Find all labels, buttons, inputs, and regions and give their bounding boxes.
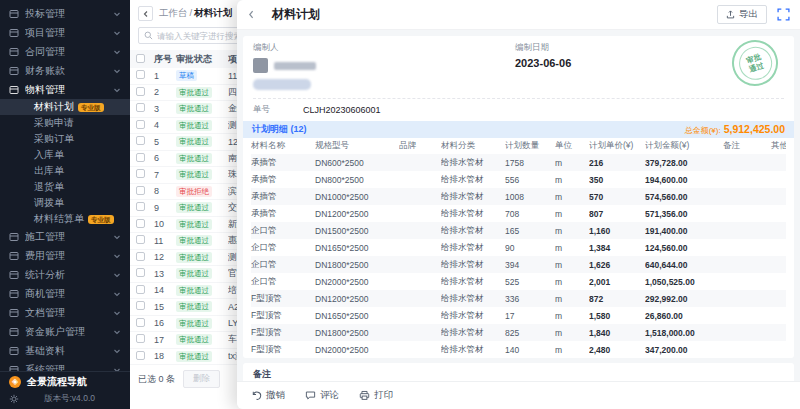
row-checkbox[interactable] [136, 120, 145, 129]
date-block: 编制日期 2023-06-06 [515, 42, 571, 69]
material-icon [9, 85, 19, 95]
row-checkbox[interactable] [136, 136, 145, 145]
column-header: 单位 [555, 140, 589, 152]
row-checkbox[interactable] [136, 268, 145, 277]
sidebar-item-purchase-request[interactable]: 采购申请 [0, 115, 130, 131]
sidebar-item-basic-data[interactable]: 基础资料 [0, 341, 130, 360]
sidebar-item-material[interactable]: 物料管理 [0, 80, 130, 99]
delete-button[interactable]: 删除 [183, 370, 220, 388]
table-row: F型顶管DN1800*2500给排水管材825m1,8401,518,000.0… [251, 324, 786, 341]
row-number: 5 [154, 137, 176, 147]
row-checkbox[interactable] [136, 202, 145, 211]
chevron-down-icon [113, 271, 121, 279]
row-checkbox[interactable] [136, 219, 145, 228]
row-number: 3 [154, 104, 176, 114]
sidebar-item-statistics[interactable]: 统计分析 [0, 265, 130, 284]
sidebar-item-funds[interactable]: 资金账户管理 [0, 322, 130, 341]
sidebar-item-document[interactable]: 文档管理 [0, 303, 130, 322]
sidebar-item-inbound[interactable]: 入库单 [0, 147, 130, 163]
version-label: 版本号:v4.0.0 [44, 393, 95, 405]
sidebar-item-construction[interactable]: 施工管理 [0, 227, 130, 246]
sidebar-item-outbound[interactable]: 出库单 [0, 163, 130, 179]
sidebar-item-label: 商机管理 [25, 287, 107, 301]
status-badge: 审批通过 [176, 153, 212, 164]
material-plan-drawer: 材料计划 导出 编制人 编制日期 2023-06-06 [237, 0, 800, 409]
table-row: 承插管DN1200*2500给排水管材708m807571,356.00 [251, 205, 786, 222]
status-badge: 审批通过 [176, 318, 212, 329]
sidebar-item-material-settlement[interactable]: 材料结算单 专业版 [0, 211, 130, 227]
sidebar-item-contract[interactable]: 合同管理 [0, 42, 130, 61]
section-title: 计划明细 (12) [252, 123, 307, 136]
row-checkbox[interactable] [136, 235, 145, 244]
sidebar-item-label: 基础资料 [25, 344, 107, 358]
basic-data-icon [9, 346, 19, 356]
row-checkbox[interactable] [136, 186, 145, 195]
bid-icon [9, 9, 19, 19]
row-number: 10 [154, 219, 176, 229]
table-row: F型顶管DN1200*2500给排水管材336m872292,992.00 [251, 290, 786, 307]
breadcrumb-root[interactable]: 工作台 [159, 7, 188, 18]
sidebar-item-label: 费用管理 [25, 249, 107, 263]
row-checkbox[interactable] [136, 103, 145, 112]
row-checkbox[interactable] [136, 252, 145, 261]
column-header: 计划数量 [505, 140, 555, 152]
sidebar-item-purchase-order[interactable]: 采购订单 [0, 131, 130, 147]
row-number: 13 [154, 269, 176, 279]
sidebar-item-label: 合同管理 [25, 45, 107, 59]
row-checkbox[interactable] [136, 334, 145, 343]
chevron-down-icon [113, 233, 121, 241]
sidebar-item-label: 入库单 [34, 148, 64, 162]
row-checkbox[interactable] [136, 351, 145, 360]
row-checkbox[interactable] [136, 301, 145, 310]
fullscreen-icon[interactable] [777, 8, 790, 21]
row-checkbox[interactable] [136, 70, 145, 79]
row-checkbox[interactable] [136, 153, 145, 162]
sidebar-item-transfer[interactable]: 调拨单 [0, 195, 130, 211]
row-checkbox[interactable] [136, 285, 145, 294]
comment-button[interactable]: 评论 [305, 389, 339, 402]
sidebar-item-label: 调拨单 [34, 196, 64, 210]
compass-icon: ◈ [9, 376, 21, 388]
sidebar-item-system[interactable]: 系统管理 [0, 360, 130, 371]
row-number: 16 [154, 318, 176, 328]
sidebar-item-bid[interactable]: 投标管理 [0, 4, 130, 23]
undo-button[interactable]: 撤销 [251, 389, 285, 402]
sidebar-item-finance[interactable]: 财务账款 [0, 61, 130, 80]
print-button[interactable]: 打印 [359, 389, 393, 402]
back-button[interactable] [138, 6, 153, 21]
remark-label: 备注 [253, 368, 784, 381]
table-row: 企口管DN1500*2500给排水管材165m1,160191,400.00 [251, 222, 786, 239]
gear-icon[interactable] [9, 394, 19, 404]
row-number: 15 [154, 302, 176, 312]
selected-count: 已选 0 条 [138, 373, 175, 386]
comment-icon [305, 390, 316, 401]
action-label: 撤销 [266, 389, 285, 402]
process-navigation[interactable]: ◈ 全景流程导航 [0, 371, 130, 391]
status-badge: 审批通过 [176, 219, 212, 230]
export-button[interactable]: 导出 [717, 5, 767, 24]
sidebar-item-label: 采购申请 [34, 116, 74, 130]
status-badge: 审批通过 [176, 268, 212, 279]
sidebar-item-material-plan[interactable]: 材料计划 专业版 [0, 99, 130, 115]
column-header: 备注 [723, 140, 757, 152]
sidebar-item-label: 文档管理 [25, 306, 107, 320]
row-checkbox[interactable] [136, 318, 145, 327]
date-label: 编制日期 [515, 42, 571, 54]
drawer-title: 材料计划 [272, 6, 320, 23]
sidebar-item-project[interactable]: 项目管理 [0, 23, 130, 42]
sidebar-item-business[interactable]: 商机管理 [0, 284, 130, 303]
sidebar-item-label: 材料计划 [34, 100, 74, 114]
row-checkbox[interactable] [136, 87, 145, 96]
row-number: 17 [154, 335, 176, 345]
row-checkbox[interactable] [136, 169, 145, 178]
statistics-icon [9, 270, 19, 280]
sidebar-item-return[interactable]: 退货单 [0, 179, 130, 195]
search-icon [144, 31, 153, 40]
row-number: 12 [154, 252, 176, 262]
sidebar-item-label: 退货单 [34, 180, 64, 194]
select-all-checkbox[interactable] [136, 54, 145, 63]
chevron-left-icon[interactable] [247, 10, 256, 19]
sidebar-item-label: 统计分析 [25, 268, 107, 282]
sidebar-item-expense[interactable]: 费用管理 [0, 246, 130, 265]
status-badge: 审批通过 [176, 285, 212, 296]
